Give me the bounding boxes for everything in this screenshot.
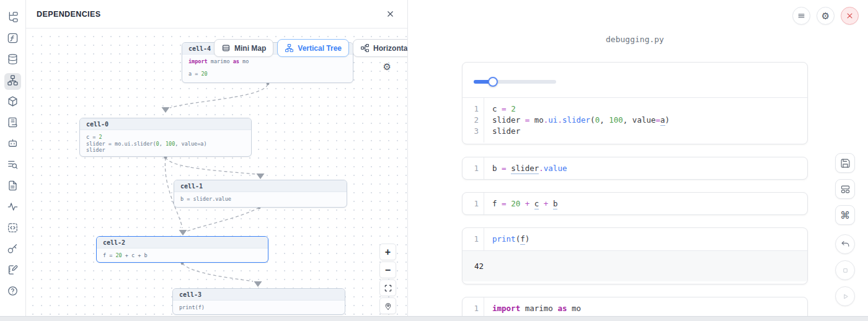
save-button[interactable] — [835, 153, 855, 173]
undo-button[interactable] — [835, 234, 855, 254]
fit-icon — [384, 284, 392, 292]
close-panel-button[interactable] — [383, 7, 397, 21]
notebook-cell-b-cell: 1b = slider.value — [462, 157, 808, 180]
code-line: print(f) — [492, 234, 807, 245]
code-line: f = 20 + c + b — [103, 252, 262, 259]
fit-view-button[interactable] — [379, 279, 396, 296]
gear-icon: ⚙ — [822, 11, 830, 22]
stop-icon — [840, 265, 851, 276]
toggle-interactivity-button[interactable] — [379, 297, 396, 314]
code-line: import marimo as mo — [188, 58, 347, 65]
code-line: import marimo as mo — [492, 303, 807, 314]
slider-track[interactable] — [474, 80, 556, 84]
activity-sidebar — [0, 0, 26, 321]
sidebar-item-snippets[interactable] — [4, 178, 21, 195]
sidebar-item-notes[interactable] — [4, 263, 21, 279]
menu-button[interactable] — [792, 7, 810, 25]
code-lines[interactable]: c = 2slider = mo.ui.slider(0, 100, value… — [484, 98, 807, 143]
line-numbers: 1 — [463, 228, 484, 250]
line-numbers: 1 — [463, 157, 484, 180]
panel-title: DEPENDENCIES — [37, 10, 383, 19]
status-footer-bar — [0, 316, 868, 321]
play-icon — [840, 291, 851, 302]
graph-view-toolbar: Mini MapVertical TreeHorizontal Tree — [214, 39, 407, 57]
code-line: slider = mo.ui.slider(0, 100, value=a) — [86, 141, 245, 147]
notebook-cell-print-cell: 1print(f)42 — [462, 227, 808, 284]
code-editor[interactable]: 1f = 20 + c + b — [463, 193, 807, 215]
node-code: print(f) — [173, 301, 345, 315]
graph-node-cell-1[interactable]: cell-1b = slider.value — [174, 180, 347, 208]
sidebar-item-packages[interactable] — [4, 94, 21, 111]
horizontal-tree-button[interactable]: Horizontal Tree — [353, 39, 407, 57]
slider-output — [463, 63, 807, 98]
code-editor[interactable]: 1print(f) — [463, 228, 807, 250]
button-label: Horizontal Tree — [373, 44, 407, 53]
sidebar-item-dependencies[interactable] — [4, 73, 21, 90]
sidebar-item-functions[interactable] — [4, 31, 21, 48]
help-icon — [7, 285, 19, 299]
keyboard-shortcuts-button[interactable]: ⌘ — [835, 205, 855, 225]
line-numbers: 1 — [463, 193, 484, 215]
stop-button — [835, 260, 855, 280]
node-code: f = 20 + c + b — [97, 248, 268, 263]
pin-icon — [384, 302, 392, 310]
vertical-tree-button[interactable]: Vertical Tree — [277, 39, 349, 57]
pulse-icon — [7, 201, 19, 215]
edge-cell-2-to-cell-3 — [182, 263, 253, 281]
edge-arrowhead-icon — [179, 230, 187, 235]
minus-icon: − — [385, 265, 391, 276]
codecell-icon — [7, 222, 19, 236]
sidebar-item-datasources[interactable] — [4, 52, 21, 69]
notebook-filename: debugging.py — [462, 35, 808, 44]
graph-node-cell-2[interactable]: cell-2f = 20 + c + b — [96, 236, 268, 263]
mini-map-button[interactable]: Mini Map — [214, 39, 273, 57]
dependency-graph-canvas[interactable]: Mini MapVertical TreeHorizontal Tree ⚙ c… — [26, 29, 407, 317]
settings-button[interactable]: ⚙ — [817, 7, 835, 25]
code-editor[interactable]: 1b = slider.value — [463, 157, 807, 180]
notebook-cell-slider-cell: 123c = 2slider = mo.ui.slider(0, 100, va… — [462, 62, 808, 144]
graph-settings-gear-icon[interactable]: ⚙ — [383, 61, 391, 73]
node-code: import marimo as moa = 20 — [182, 55, 353, 83]
node-code: c = 2slider = mo.ui.slider(0, 100, value… — [80, 130, 251, 157]
code-line: a = 20 — [188, 71, 347, 77]
code-line: b = slider.value — [180, 196, 340, 203]
code-editor[interactable]: 123c = 2slider = mo.ui.slider(0, 100, va… — [463, 98, 807, 143]
sidebar-item-file-explorer[interactable] — [4, 10, 21, 27]
zoom-in-button[interactable]: + — [379, 244, 396, 260]
sidebar-item-secrets[interactable] — [4, 242, 21, 258]
network-icon — [7, 74, 19, 89]
code-lines[interactable]: print(f) — [484, 228, 807, 250]
code-line: c = 2 — [492, 103, 807, 115]
edge-cell-4-to-cell-0 — [170, 84, 268, 108]
node-title: cell-2 — [97, 237, 268, 248]
sidebar-item-help[interactable] — [4, 284, 21, 301]
code-lines[interactable]: f = 20 + c + b — [484, 193, 807, 215]
code-lines[interactable]: b = slider.value — [484, 157, 807, 180]
graph-zoom-controls: +− — [379, 244, 396, 314]
bot-icon — [7, 138, 19, 152]
sidebar-item-documentation[interactable] — [4, 157, 21, 174]
node-title: cell-1 — [174, 180, 347, 192]
sidebar-item-chat[interactable] — [4, 136, 21, 153]
node-title: cell-0 — [80, 118, 251, 130]
layout-button[interactable] — [835, 179, 855, 199]
minimap-icon — [221, 43, 231, 53]
tree-icon — [7, 11, 19, 25]
sidebar-item-tracing[interactable] — [4, 200, 21, 216]
notebook-cell-f-cell: 1f = 20 + c + b — [462, 192, 808, 215]
code-line: print(f) — [179, 304, 339, 311]
sidebar-item-logs[interactable] — [4, 115, 21, 132]
graph-node-cell-3[interactable]: cell-3print(f) — [172, 288, 345, 315]
dependencies-panel-header: DEPENDENCIES — [26, 0, 407, 29]
listsearch-icon — [7, 159, 19, 173]
layout-icon — [840, 184, 851, 195]
closeX-icon — [845, 11, 854, 20]
node-title: cell-3 — [173, 289, 345, 301]
shutdown-button[interactable] — [841, 7, 859, 25]
zoom-out-button[interactable]: − — [379, 262, 396, 278]
graph-node-cell-0[interactable]: cell-0c = 2slider = mo.ui.slider(0, 100,… — [79, 118, 252, 157]
sidebar-item-scratchpad-cell[interactable] — [4, 221, 21, 237]
slider-thumb[interactable] — [488, 77, 498, 87]
box-icon — [7, 95, 19, 110]
notebook-top-actions: ⚙ — [792, 7, 859, 25]
